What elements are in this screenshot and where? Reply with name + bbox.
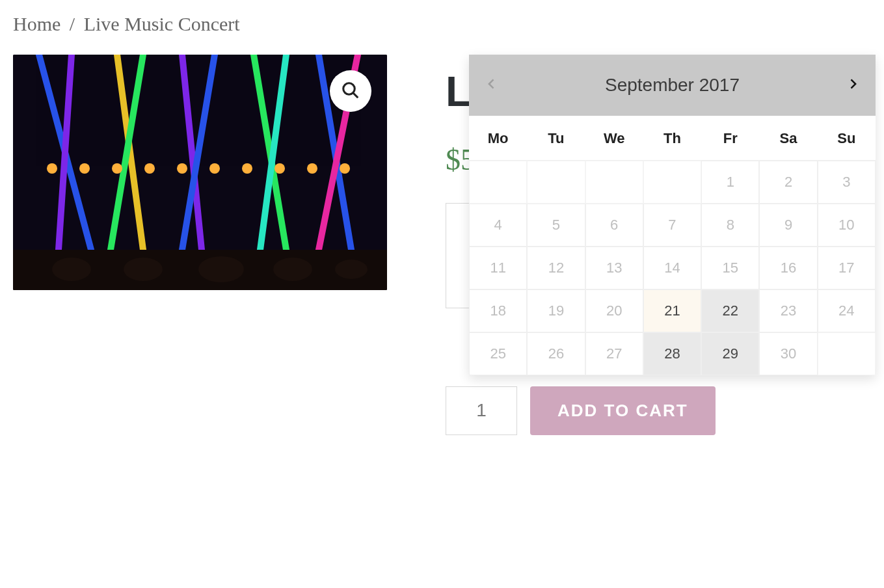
datepicker-day-5: 5 <box>527 204 585 247</box>
quantity-input[interactable] <box>446 386 517 435</box>
datepicker-day-29[interactable]: 29 <box>701 332 759 375</box>
prev-month-button <box>482 75 502 95</box>
datepicker-day-4: 4 <box>469 204 527 247</box>
datepicker-day-14: 14 <box>643 247 701 289</box>
datepicker-dow: Su <box>818 116 876 161</box>
next-month-button[interactable] <box>843 75 863 95</box>
datepicker-day-28[interactable]: 28 <box>643 332 701 375</box>
chevron-left-icon <box>485 77 498 93</box>
datepicker-day-8: 8 <box>701 204 759 247</box>
datepicker-day-30: 30 <box>759 332 817 375</box>
svg-point-14 <box>144 163 155 174</box>
datepicker-day-21[interactable]: 21 <box>643 289 701 332</box>
search-icon <box>341 81 360 102</box>
datepicker-day-13: 13 <box>585 247 643 289</box>
svg-point-23 <box>124 258 163 281</box>
zoom-image-button[interactable] <box>330 70 371 112</box>
chevron-right-icon <box>846 77 859 93</box>
datepicker-dow: Fr <box>701 116 759 161</box>
datepicker-day-10: 10 <box>818 204 876 247</box>
datepicker-day-26: 26 <box>527 332 585 375</box>
svg-point-19 <box>307 163 317 174</box>
datepicker-cell-empty <box>585 161 643 204</box>
datepicker-day-18: 18 <box>469 289 527 332</box>
datepicker-popup: September 2017 MoTuWeThFrSaSu 1234567891… <box>469 55 876 375</box>
datepicker-dow: Th <box>643 116 701 161</box>
datepicker-day-11: 11 <box>469 247 527 289</box>
datepicker-cell-empty <box>643 161 701 204</box>
add-to-cart-button[interactable]: ADD TO CART <box>530 386 716 435</box>
datepicker-cell-empty <box>469 161 527 204</box>
datepicker-day-27: 27 <box>585 332 643 375</box>
datepicker-day-6: 6 <box>585 204 643 247</box>
datepicker-dow: Mo <box>469 116 527 161</box>
svg-point-16 <box>209 163 220 174</box>
svg-point-22 <box>52 258 91 281</box>
svg-point-26 <box>335 260 368 279</box>
svg-point-12 <box>79 163 90 174</box>
datepicker-day-15: 15 <box>701 247 759 289</box>
datepicker-day-17: 17 <box>818 247 876 289</box>
svg-point-27 <box>343 83 355 94</box>
breadcrumb-separator: / <box>70 13 75 34</box>
breadcrumb: Home / Live Music Concert <box>13 13 871 35</box>
datepicker-day-24: 24 <box>818 289 876 332</box>
datepicker-day-7: 7 <box>643 204 701 247</box>
svg-line-28 <box>353 92 358 98</box>
svg-point-13 <box>112 163 122 174</box>
datepicker-cell-empty <box>818 332 876 375</box>
datepicker-day-12: 12 <box>527 247 585 289</box>
datepicker-day-22[interactable]: 22 <box>701 289 759 332</box>
datepicker-dow: We <box>585 116 643 161</box>
datepicker-day-2: 2 <box>759 161 817 204</box>
datepicker-day-23: 23 <box>759 289 817 332</box>
svg-point-20 <box>340 163 350 174</box>
datepicker-day-20: 20 <box>585 289 643 332</box>
datepicker-dow: Sa <box>759 116 817 161</box>
product-image[interactable] <box>13 55 387 290</box>
datepicker-day-16: 16 <box>759 247 817 289</box>
svg-point-15 <box>177 163 187 174</box>
svg-point-11 <box>47 163 57 174</box>
datepicker-title: September 2017 <box>605 75 740 96</box>
breadcrumb-home[interactable]: Home <box>13 13 60 34</box>
svg-point-17 <box>242 163 252 174</box>
svg-point-24 <box>198 256 244 282</box>
datepicker-day-1: 1 <box>701 161 759 204</box>
datepicker-day-3: 3 <box>818 161 876 204</box>
svg-point-18 <box>275 163 285 174</box>
datepicker-day-19: 19 <box>527 289 585 332</box>
breadcrumb-current: Live Music Concert <box>84 13 240 34</box>
svg-point-25 <box>273 258 312 281</box>
datepicker-dow: Tu <box>527 116 585 161</box>
datepicker-day-9: 9 <box>759 204 817 247</box>
datepicker-day-25: 25 <box>469 332 527 375</box>
datepicker-cell-empty <box>527 161 585 204</box>
